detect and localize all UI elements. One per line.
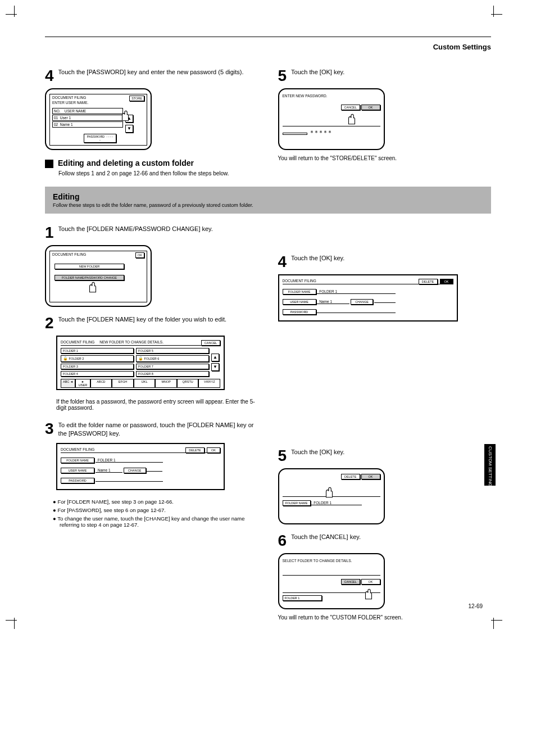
col-no: NO.: [54, 109, 61, 113]
scroll-down-button[interactable]: ▼: [125, 125, 133, 133]
step5r-text: Touch the [OK] key.: [291, 68, 491, 76]
ok-button[interactable]: OK: [361, 105, 380, 110]
step3-note-2: For [PASSWORD], see step 6 on page 12-67…: [60, 507, 258, 513]
folder3-button[interactable]: FOLDER 3: [61, 364, 134, 369]
step4-panel: DOCUMENT FILING ENTER USER NAME. STORE N…: [45, 88, 152, 150]
step5r-panel: ENTER NEW PASSWORD. CANCEL OK *****: [278, 88, 385, 150]
step2-number: 2: [45, 315, 54, 331]
cancel-button[interactable]: CANCEL: [341, 579, 360, 585]
folder-name-button[interactable]: FOLDER NAME: [283, 289, 316, 295]
folder-name-value: FOLDER 1: [96, 458, 163, 463]
step3-number: 3: [45, 421, 54, 437]
panel-title: DOCUMENT FILING: [283, 279, 316, 283]
tab-ijkl[interactable]: IJKL: [134, 379, 156, 388]
step3-text: To edit the folder name or password, tou…: [58, 421, 258, 438]
ok-button[interactable]: OK: [361, 474, 380, 479]
ok-button[interactable]: OK: [440, 279, 453, 284]
delete-button[interactable]: DELETE: [185, 447, 205, 453]
step3-note-3: To change the user name, touch the [CHAN…: [60, 515, 258, 528]
folder1-button[interactable]: FOLDER 1: [283, 595, 322, 601]
step5-panel: DELETE OK FOLDER NAME FOLDER 1: [278, 468, 385, 524]
folder-name-value: FOLDER 1: [311, 501, 362, 505]
step4-number: 4: [45, 68, 54, 84]
step6-number: 6: [278, 533, 287, 549]
pw-field[interactable]: [283, 133, 307, 135]
new-folder-button[interactable]: NEW FOLDER: [54, 264, 124, 269]
change-button[interactable]: CHANGE: [351, 299, 373, 305]
row2[interactable]: 02 Name 1: [52, 121, 123, 128]
step4r-panel: DOCUMENT FILING OK DELETE FOLDER NAME FO…: [278, 274, 458, 322]
step6-bottom-note: You will return to the "CUSTOM FOLDER" s…: [278, 614, 492, 621]
password-button[interactable]: PASSWORD - - - - -: [84, 134, 116, 143]
page-title: Custom Settings: [45, 43, 491, 51]
page-number: 12-69: [468, 603, 483, 609]
delete-button[interactable]: DELETE: [419, 279, 438, 284]
lock-icon: 🔒: [63, 356, 68, 360]
tab-mnop[interactable]: MNOP: [155, 379, 177, 388]
step5r-number: 5: [278, 68, 287, 84]
col-user: USER NAME: [65, 109, 87, 113]
user-name-value: Name 1: [317, 300, 349, 304]
step5r-bottom-note: You will return to the "STORE/DELETE" sc…: [278, 155, 492, 161]
step5-number: 5: [278, 448, 287, 464]
tab-qrstu[interactable]: QRSTU: [177, 379, 199, 388]
tab-vwxyz[interactable]: VWXYZ: [198, 379, 220, 388]
step1-panel: DOCUMENT FILING OK NEW FOLDER FOLDER NAM…: [45, 245, 152, 307]
tab-abcd[interactable]: ABCD: [90, 379, 112, 388]
folder2-button[interactable]: 🔒 FOLDER 2: [61, 355, 134, 362]
panel-instruction: ENTER NEW PASSWORD.: [283, 94, 380, 98]
step2-panel: DOCUMENT FILING NEW FOLDER TO CHANGE DET…: [56, 336, 225, 390]
ok-button[interactable]: OK: [207, 447, 220, 453]
scroll-up-button[interactable]: ▲: [211, 354, 219, 361]
ok-button[interactable]: OK: [361, 579, 380, 585]
password-button[interactable]: PASSWORD: [61, 478, 94, 483]
folder-name-password-change-button[interactable]: FOLDER NAME/PASSWORD CHANGE: [54, 275, 124, 280]
step4r-text: Touch the [OK] key.: [291, 254, 491, 262]
step6-text: Touch the [CANCEL] key.: [291, 533, 491, 541]
folder4-button[interactable]: FOLDER 4: [61, 371, 134, 377]
step3-note-1: For [FOLDER NAME], see step 3 on page 12…: [60, 499, 258, 505]
user-name-button[interactable]: USER NAME: [283, 299, 316, 305]
user-name-button[interactable]: USER NAME: [61, 468, 94, 473]
folder6-button[interactable]: 🔒 FOLDER 6: [136, 355, 209, 362]
cancel-button[interactable]: CANCEL: [341, 105, 360, 110]
panel-title: DOCUMENT FILING: [61, 340, 94, 344]
step4r-number: 4: [278, 254, 287, 270]
tab-abc[interactable]: ABC ◄: [61, 379, 75, 388]
editing-banner: Editing Follow these steps to edit the f…: [45, 187, 491, 214]
step1-text: Touch the [FOLDER NAME/PASSWORD CHANGE] …: [58, 225, 258, 233]
step6-panel: SELECT FOLDER TO CHANGE DETAILS. CANCEL …: [278, 553, 385, 609]
folder8-button[interactable]: FOLDER 8: [136, 371, 209, 377]
scroll-down-button[interactable]: ▼: [211, 363, 219, 371]
lock-icon: 🔒: [138, 356, 143, 360]
folder-name-value: FOLDER 1: [317, 289, 396, 294]
panel-title: DOCUMENT FILING: [50, 251, 147, 257]
step1-number: 1: [45, 225, 54, 241]
folder5-button[interactable]: FOLDER 5: [136, 348, 209, 354]
user-name-value: Name 1: [96, 468, 122, 473]
folder7-button[interactable]: FOLDER 7: [136, 364, 209, 369]
scroll-up-button[interactable]: ▲: [125, 115, 133, 123]
folder1-button[interactable]: FOLDER 1: [61, 348, 134, 354]
folder-name-button[interactable]: FOLDER NAME: [283, 500, 311, 506]
panel-subtitle: NEW FOLDER TO CHANGE DETAILS.: [99, 340, 163, 344]
change-button[interactable]: CHANGE: [124, 468, 146, 473]
panel-title: DOCUMENT FILING: [52, 96, 86, 99]
folder-name-button[interactable]: FOLDER NAME: [61, 458, 94, 463]
tab-user[interactable]: ► USER: [75, 379, 90, 388]
step4-text: Touch the [PASSWORD] key and enter the n…: [58, 68, 258, 76]
section-heading: Editing and deleting a custom folder: [45, 159, 258, 168]
section-sub: Follow steps 1 and 2 on page 12-66 and t…: [58, 170, 258, 176]
row1[interactable]: 01 User 1: [52, 115, 123, 121]
ok-button[interactable]: OK: [135, 252, 144, 258]
side-tab: CUSTOM SETTINGS: [484, 444, 496, 486]
step3-panel: DOCUMENT FILING OK DELETE FOLDER NAME FO…: [56, 443, 225, 490]
panel-instruction: SELECT FOLDER TO CHANGE DETAILS.: [283, 559, 380, 563]
cancel-button[interactable]: CANCEL: [201, 340, 220, 346]
delete-button[interactable]: DELETE: [341, 474, 360, 479]
step2-password-note: If the folder has a password, the passwo…: [56, 399, 258, 411]
panel-title: DOCUMENT FILING: [61, 447, 94, 451]
password-button[interactable]: PASSWORD: [283, 309, 316, 315]
tab-efgh[interactable]: EFGH: [112, 379, 134, 388]
store-button[interactable]: STORE: [129, 96, 144, 101]
